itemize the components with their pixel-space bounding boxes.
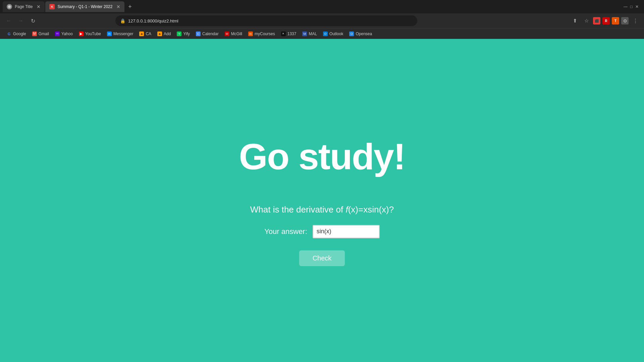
bookmark-yify[interactable]: Y Yify	[174, 30, 193, 38]
bookmark-1337[interactable]: ✕ 1337	[278, 30, 299, 38]
amazon-icon-1: a	[139, 32, 144, 36]
tab-page-title[interactable]: Page Title ✕	[3, 1, 45, 12]
bookmark-youtube[interactable]: ▶ YouTube	[76, 30, 104, 38]
bookmark-outlook[interactable]: O Outlook	[320, 30, 346, 38]
check-button[interactable]: Check	[299, 250, 345, 266]
bookmark-opensea[interactable]: O Opensea	[346, 30, 375, 38]
tab-summary[interactable]: K Summary - Q1-1 - Winter 2022 ✕	[45, 1, 124, 12]
tab-bar: Page Title ✕ K Summary - Q1-1 - Winter 2…	[0, 0, 644, 13]
gmail-icon: M	[32, 32, 37, 36]
share-icon[interactable]: ⬆	[570, 16, 580, 25]
tab-close-window[interactable]: ✕	[635, 4, 639, 9]
forward-button[interactable]: →	[16, 16, 25, 25]
url-lock-icon: 🔒	[120, 18, 125, 23]
menu-icon[interactable]: ⋮	[631, 16, 640, 25]
answer-row: Your answer:	[264, 225, 380, 238]
1337-icon: ✕	[281, 32, 286, 36]
url-display[interactable]: 127.0.0.1:8000/quiz2.html	[128, 18, 178, 23]
yahoo-icon: Y!	[55, 32, 60, 36]
answer-input[interactable]	[313, 225, 380, 238]
tab-close-1[interactable]: ✕	[37, 4, 41, 9]
tab-maximize[interactable]: □	[630, 4, 633, 9]
mal-icon: M	[302, 32, 307, 36]
bookmark-messenger[interactable]: m Messenger	[104, 30, 136, 38]
answer-label: Your answer:	[264, 227, 307, 236]
messenger-icon: m	[107, 32, 112, 36]
bookmark-icon[interactable]: ☆	[582, 16, 591, 25]
bookmark-amazon-2[interactable]: a Add	[155, 30, 173, 38]
bookmark-yahoo[interactable]: Y! Yahoo	[52, 30, 75, 38]
back-button[interactable]: ←	[4, 16, 13, 25]
bookmarks-bar: G Google M Gmail Y! Yahoo ▶ YouTube m Me…	[0, 28, 644, 39]
question-text: What is the derivative of f(x)=xsin(x)?	[250, 204, 394, 215]
ext-icon-1[interactable]: ⬛	[593, 17, 600, 24]
ext-icon-4[interactable]: ⬡	[621, 17, 629, 24]
google-icon: G	[7, 32, 11, 36]
browser-chrome: Page Title ✕ K Summary - Q1-1 - Winter 2…	[0, 0, 644, 39]
main-heading: Go study!	[239, 135, 405, 178]
reload-button[interactable]: ↻	[28, 16, 38, 25]
bookmark-calendar[interactable]: C Calendar	[193, 30, 221, 38]
bookmark-mal[interactable]: M MAL	[300, 30, 320, 38]
tab-close-2[interactable]: ✕	[116, 4, 120, 9]
svg-point-0	[8, 5, 11, 8]
tab-minimize[interactable]: —	[624, 4, 628, 9]
bookmark-mcgill[interactable]: M McGill	[222, 30, 245, 38]
yify-icon: Y	[177, 32, 181, 36]
mycourses-icon: m	[248, 32, 253, 36]
ext-icon-2[interactable]: R	[602, 17, 610, 24]
youtube-icon: ▶	[79, 32, 84, 36]
bookmark-ca-1[interactable]: a CA	[137, 30, 154, 38]
address-bar: ← → ↻ 🔒 127.0.0.1:8000/quiz2.html ⬆ ☆ ⬛ …	[0, 13, 644, 28]
amazon-icon-2: a	[157, 32, 162, 36]
mcgill-icon: M	[225, 32, 229, 36]
opensea-icon: O	[349, 32, 354, 36]
bookmark-google[interactable]: G Google	[4, 30, 29, 38]
bookmark-gmail[interactable]: M Gmail	[30, 30, 52, 38]
page-content: Go study! What is the derivative of f(x)…	[0, 39, 644, 362]
new-tab-button[interactable]: +	[125, 2, 135, 11]
ext-icon-3[interactable]: T	[612, 17, 619, 24]
calendar-icon: C	[196, 32, 201, 36]
bookmark-mycourses[interactable]: m myCourses	[246, 30, 278, 38]
outlook-icon: O	[323, 32, 328, 36]
